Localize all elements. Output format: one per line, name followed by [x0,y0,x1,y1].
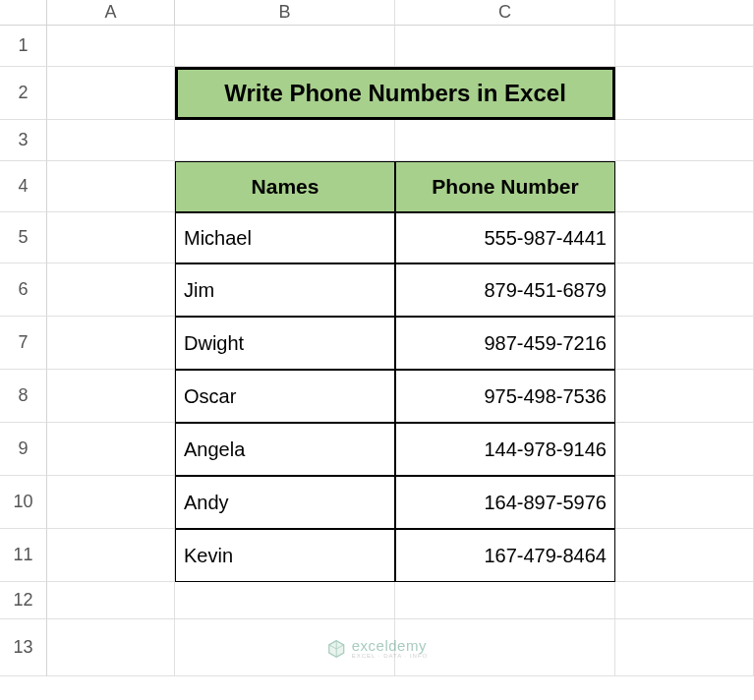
col-header-d[interactable] [615,0,754,26]
table-header-names[interactable]: Names [175,161,395,212]
cell-d13[interactable] [615,619,754,676]
cell-a2[interactable] [47,67,175,120]
cell-d10[interactable] [615,476,754,529]
table-row[interactable]: 975-498-7536 [395,370,615,423]
cell-a13[interactable] [47,619,175,676]
cell-b3[interactable] [175,120,395,161]
cell-a8[interactable] [47,370,175,423]
cell-b1[interactable] [175,26,395,67]
row-header-2[interactable]: 2 [0,67,47,120]
row-header-8[interactable]: 8 [0,370,47,423]
title-cell[interactable]: Write Phone Numbers in Excel [175,67,615,120]
cell-d4[interactable] [615,161,754,212]
table-row[interactable]: 167-479-8464 [395,529,615,582]
cell-d1[interactable] [615,26,754,67]
watermark: exceldemy EXCEL · DATA · INFO [326,638,429,659]
table-header-phone[interactable]: Phone Number [395,161,615,212]
table-row[interactable]: Kevin [175,529,395,582]
table-row[interactable]: 987-459-7216 [395,317,615,370]
cell-c12[interactable] [395,582,615,619]
cell-c3[interactable] [395,120,615,161]
cell-a12[interactable] [47,582,175,619]
cell-a4[interactable] [47,161,175,212]
cell-a10[interactable] [47,476,175,529]
row-header-3[interactable]: 3 [0,120,47,161]
cell-d8[interactable] [615,370,754,423]
cell-d6[interactable] [615,263,754,317]
row-header-10[interactable]: 10 [0,476,47,529]
table-row[interactable]: Andy [175,476,395,529]
cell-a1[interactable] [47,26,175,67]
cell-d7[interactable] [615,317,754,370]
cell-c1[interactable] [395,26,615,67]
row-header-6[interactable]: 6 [0,263,47,317]
cell-a5[interactable] [47,212,175,263]
cell-d11[interactable] [615,529,754,582]
cell-b12[interactable] [175,582,395,619]
cell-a7[interactable] [47,317,175,370]
cell-a6[interactable] [47,263,175,317]
col-header-c[interactable]: C [395,0,615,26]
row-header-9[interactable]: 9 [0,423,47,476]
row-header-5[interactable]: 5 [0,212,47,263]
cell-a11[interactable] [47,529,175,582]
table-row[interactable]: 144-978-9146 [395,423,615,476]
table-row[interactable]: 879-451-6879 [395,263,615,317]
row-header-11[interactable]: 11 [0,529,47,582]
row-header-1[interactable]: 1 [0,26,47,67]
col-header-a[interactable]: A [47,0,175,26]
row-header-4[interactable]: 4 [0,161,47,212]
table-row[interactable]: Jim [175,263,395,317]
cell-d2[interactable] [615,67,754,120]
cell-d12[interactable] [615,582,754,619]
cell-a3[interactable] [47,120,175,161]
cell-c13[interactable] [395,619,615,676]
watermark-title: exceldemy [352,638,429,653]
table-row[interactable]: Angela [175,423,395,476]
table-row[interactable]: Oscar [175,370,395,423]
table-row[interactable]: 555-987-4441 [395,212,615,263]
cell-d5[interactable] [615,212,754,263]
col-header-b[interactable]: B [175,0,395,26]
cube-icon [326,639,346,659]
table-row[interactable]: Michael [175,212,395,263]
select-all-corner[interactable] [0,0,47,26]
table-row[interactable]: 164-897-5976 [395,476,615,529]
row-header-7[interactable]: 7 [0,317,47,370]
cell-a9[interactable] [47,423,175,476]
row-header-13[interactable]: 13 [0,619,47,676]
row-header-12[interactable]: 12 [0,582,47,619]
cell-d3[interactable] [615,120,754,161]
watermark-subtitle: EXCEL · DATA · INFO [352,653,429,659]
spreadsheet-grid[interactable]: A B C 1 2 Write Phone Numbers in Excel 3… [0,0,754,676]
table-row[interactable]: Dwight [175,317,395,370]
cell-d9[interactable] [615,423,754,476]
